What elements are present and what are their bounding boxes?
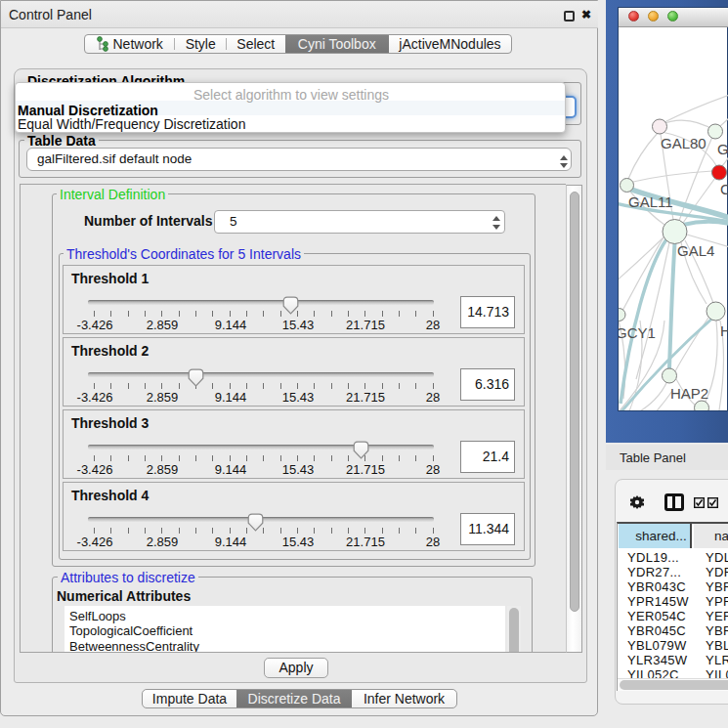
svg-text:GAL4: GAL4: [677, 242, 714, 259]
svg-text:HA: HA: [720, 322, 728, 339]
svg-text:CD: CD: [720, 181, 728, 197]
svg-text:HAP2: HAP2: [670, 385, 708, 402]
svg-text:GCY1: GCY1: [619, 324, 656, 341]
svg-text:GAL11: GAL11: [628, 193, 673, 210]
svg-text:GAL2: GAL2: [717, 141, 728, 157]
svg-text:GAL80: GAL80: [661, 135, 707, 151]
